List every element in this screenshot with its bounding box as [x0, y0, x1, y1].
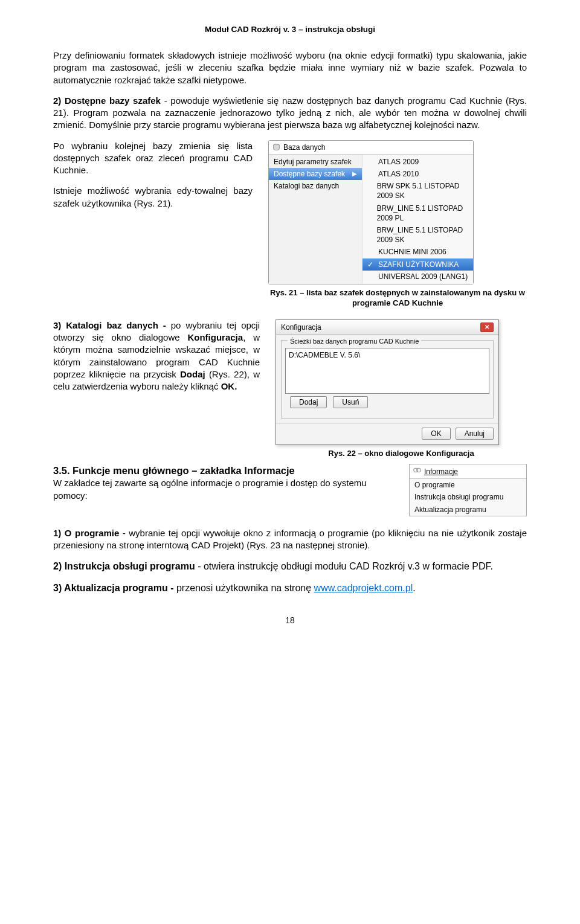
- submenu-item[interactable]: ATLAS 2010: [362, 168, 473, 180]
- menu-title-text: Baza danych: [283, 143, 325, 152]
- item-3-title: 3) Katalogi baz danych -: [53, 320, 171, 330]
- dialog-fieldset: Ścieżki baz danych programu CAD Kuchnie …: [281, 340, 494, 419]
- submenu-label: ATLAS 2009: [378, 157, 419, 167]
- check-icon: ✓: [367, 260, 375, 269]
- fieldset-label: Ścieżki baz danych programu CAD Kuchnie: [288, 337, 421, 346]
- database-menu: Baza danych Edytuj parametry szafek Dost…: [268, 140, 474, 284]
- submenu-item-selected[interactable]: ✓SZAFKI UŻYTKOWNIKA: [362, 258, 473, 271]
- dialog-titlebar: Konfiguracja ✕: [276, 320, 498, 335]
- submenu-label: KUCHNIE MINI 2006: [378, 247, 446, 257]
- submenu-item[interactable]: UNIVERSAL 2009 (LANG1): [362, 271, 473, 283]
- remove-button[interactable]: Usuń: [333, 396, 368, 408]
- menu-item-edit-params[interactable]: Edytuj parametry szafek: [269, 156, 362, 168]
- paragraph-3: 3) Katalogi baz danych - po wybraniu tej…: [53, 319, 260, 393]
- item-3b-body: przenosi użytkownika na stronę: [176, 583, 314, 593]
- p3-ok: OK.: [221, 381, 237, 391]
- menu-item-catalogs[interactable]: Katalogi baz danych: [269, 180, 362, 192]
- left-paragraph-2: Istnieje możliwość wybrania edy-towalnej…: [53, 185, 253, 210]
- submenu-label: ATLAS 2010: [378, 169, 419, 179]
- item-2b-title: 2) Instrukcja obsługi programu: [53, 561, 195, 571]
- submenu-item[interactable]: KUCHNIE MINI 2006: [362, 246, 473, 258]
- close-icon[interactable]: ✕: [480, 322, 494, 332]
- submenu-label: UNIVERSAL 2009 (LANG1): [378, 272, 468, 281]
- item-1-body: - wybranie tej opcji wywołuje okno z inf…: [53, 528, 527, 550]
- info-item-about[interactable]: O programie: [410, 479, 526, 491]
- figure-22-caption: Rys. 22 – okno dialogowe Konfiguracja: [276, 449, 527, 459]
- submenu-item[interactable]: BRW_LINE 5.1 LISTOPAD 2009 SK: [362, 224, 473, 246]
- paragraph-5: 2) Instrukcja obsługi programu - otwiera…: [53, 560, 527, 573]
- item-1-title: 1) O programie: [53, 528, 119, 538]
- p3-konfiguracja: Konfiguracja: [187, 332, 243, 342]
- paragraph-1: Przy definiowaniu formatek składowych is…: [53, 50, 527, 86]
- menu-left-panel: Edytuj parametry szafek Dostępne bazy sz…: [269, 155, 362, 284]
- paths-listbox[interactable]: D:\CADMEBLE V. 5.6\: [285, 348, 489, 394]
- submenu-label: BRW SPK 5.1 LISTOPAD 2009 SK: [377, 181, 468, 201]
- section-3-5: Informacje O programie Instrukcja obsług…: [53, 464, 527, 516]
- svg-point-2: [417, 468, 421, 472]
- info-menu: Informacje O programie Instrukcja obsług…: [409, 464, 527, 516]
- chevron-right-icon: ▶: [352, 170, 357, 178]
- figure-21-caption: Rys. 21 – lista baz szafek dostępnych w …: [268, 288, 527, 309]
- page-header: Moduł CAD Rozkrój v. 3 – instrukcja obsł…: [53, 24, 527, 35]
- p3-dodaj: Dodaj: [180, 369, 205, 379]
- section-intro: W zakładce tej zawarte są ogólne informa…: [53, 477, 367, 502]
- submenu-label: BRW_LINE 5.1 LISTOPAD 2009 PL: [377, 204, 468, 223]
- item-2-title: 2) Dostępne bazy szafek: [53, 95, 161, 106]
- submenu-label: BRW_LINE 5.1 LISTOPAD 2009 SK: [376, 225, 468, 245]
- config-dialog: Konfiguracja ✕ Ścieżki baz danych progra…: [276, 319, 499, 445]
- menu-title-row: Baza danych: [269, 141, 473, 155]
- paragraph-6: 3) Aktualizacja programu - przenosi użyt…: [53, 582, 527, 595]
- add-button[interactable]: Dodaj: [290, 396, 327, 408]
- info-item-update[interactable]: Aktualizacja programu: [410, 504, 526, 516]
- dialog-title: Konfiguracja: [281, 322, 321, 332]
- page-number: 18: [53, 615, 527, 626]
- info-menu-title-row: Informacje: [410, 464, 526, 479]
- item-3b-title: 3) Aktualizacja programu -: [53, 583, 176, 593]
- submenu-item[interactable]: BRW SPK 5.1 LISTOPAD 2009 SK: [362, 180, 473, 202]
- info-menu-title: Informacje: [424, 467, 458, 476]
- submenu-item[interactable]: ATLAS 2009: [362, 156, 473, 168]
- cancel-button[interactable]: Anuluj: [456, 428, 494, 440]
- submenu-panel: ATLAS 2009 ATLAS 2010 BRW SPK 5.1 LISTOP…: [362, 155, 473, 284]
- cadprojekt-link[interactable]: www.cadprojekt.com.pl: [314, 583, 413, 593]
- paragraph-4: 1) O programie - wybranie tej opcji wywo…: [53, 527, 527, 552]
- menu-item-available-bases[interactable]: Dostępne bazy szafek▶: [269, 168, 362, 180]
- info-icon: [413, 466, 421, 476]
- paragraph-2: 2) Dostępne bazy szafek - powoduje wyświ…: [53, 95, 527, 132]
- info-item-manual[interactable]: Instrukcja obsługi programu: [410, 491, 526, 503]
- database-icon: [272, 143, 280, 151]
- item-2b-body: - otwiera instrukcję obdługi modułu CAD …: [195, 561, 493, 571]
- submenu-item[interactable]: BRW_LINE 5.1 LISTOPAD 2009 PL: [362, 202, 473, 224]
- period: .: [413, 583, 415, 593]
- menu-item-label: Dostępne bazy szafek: [274, 169, 345, 179]
- submenu-label: SZAFKI UŻYTKOWNIKA: [378, 260, 459, 269]
- ok-button[interactable]: OK: [422, 428, 450, 440]
- left-paragraph-1: Po wybraniu kolejnej bazy zmienia się li…: [53, 140, 253, 177]
